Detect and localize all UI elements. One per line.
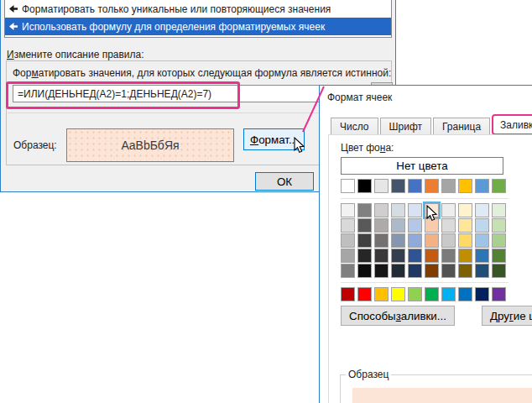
color-swatch[interactable] [475,287,489,301]
color-swatch[interactable] [441,249,456,263]
color-swatch[interactable] [492,218,506,233]
color-swatch[interactable] [492,179,506,193]
color-swatch[interactable] [475,233,489,248]
color-swatch[interactable] [441,179,456,193]
color-palette [341,179,509,301]
color-swatch[interactable] [492,264,506,278]
rule-type-list[interactable]: Форматировать только уникальные или повт… [4,0,392,38]
color-swatch[interactable] [425,287,439,301]
rule-type-item[interactable]: Форматировать только уникальные или повт… [5,0,391,18]
color-swatch[interactable] [357,264,372,278]
color-swatch[interactable] [458,264,472,278]
color-swatch[interactable] [408,287,422,301]
color-swatch[interactable] [425,249,439,263]
color-swatch[interactable] [357,233,372,248]
theme-colors-row [341,179,509,193]
color-swatch[interactable] [458,218,472,233]
color-swatch[interactable] [357,287,372,301]
sample-group-label: Образец [346,369,391,380]
palette-separator [341,198,509,199]
color-swatch[interactable] [357,249,372,263]
no-color-button[interactable]: Нет цвета [341,157,503,175]
color-swatch[interactable] [341,264,355,278]
color-swatch[interactable] [425,264,439,278]
color-swatch[interactable] [391,287,405,301]
color-swatch[interactable] [425,179,439,193]
color-swatch[interactable] [391,203,405,217]
color-swatch[interactable] [425,233,439,248]
color-swatch[interactable] [458,179,472,193]
color-swatch[interactable] [374,218,389,233]
fill-tab-panel: Цвет фона: Нет цвета Способы заливки... … [328,134,532,403]
color-swatch[interactable] [341,179,355,193]
color-swatch[interactable] [374,233,389,248]
color-swatch[interactable] [475,179,489,193]
format-cells-dialog: Формат ячеек ЧислоШрифтГраницаЗаливка Цв… [319,85,532,403]
color-swatch[interactable] [391,264,405,278]
color-swatch[interactable] [374,287,389,301]
color-swatch-selected[interactable] [425,203,439,217]
color-swatch[interactable] [341,249,355,263]
screenshot-canvas: Форматировать только уникальные или повт… [0,0,532,403]
color-swatch[interactable] [475,249,489,263]
preview-label: Образец: [13,139,57,151]
color-swatch[interactable] [357,203,372,217]
color-swatch[interactable] [441,203,456,217]
color-swatch[interactable] [492,287,506,301]
color-swatch[interactable] [408,203,422,217]
rule-type-item-label: Использовать формулу для определения фор… [22,21,325,33]
color-swatch[interactable] [374,264,389,278]
tab-число[interactable]: Число [331,118,378,135]
more-colors-button[interactable]: Другие цвета... [482,306,532,326]
color-swatch[interactable] [341,218,355,233]
color-swatch[interactable] [458,249,472,263]
color-swatch[interactable] [475,218,489,233]
color-swatch[interactable] [458,233,472,248]
color-swatch[interactable] [357,218,372,233]
color-swatch[interactable] [441,287,456,301]
color-swatch[interactable] [475,264,489,278]
tab-strip: ЧислоШрифтГраницаЗаливка [331,113,532,135]
color-swatch[interactable] [458,287,472,301]
color-swatch[interactable] [458,203,472,217]
color-swatch[interactable] [341,203,355,217]
ok-button[interactable]: ОК [255,172,314,191]
color-swatch[interactable] [374,249,389,263]
color-swatch[interactable] [441,264,456,278]
fill-buttons-row: Способы заливки... Другие цвета... [341,306,532,326]
format-button[interactable]: Формат... [243,128,305,150]
color-swatch[interactable] [441,218,456,233]
color-swatch[interactable] [441,233,456,248]
tab-шрифт[interactable]: Шрифт [380,118,431,135]
color-swatch[interactable] [492,233,506,248]
color-swatch[interactable] [425,218,439,233]
color-swatch[interactable] [408,218,422,233]
color-swatch[interactable] [391,249,405,263]
color-swatch[interactable] [492,249,506,263]
color-swatch[interactable] [391,179,405,193]
color-swatch[interactable] [391,218,405,233]
color-swatch[interactable] [374,179,389,193]
fill-effects-button[interactable]: Способы заливки... [341,306,455,326]
format-preview-box: AaBbБбЯя [66,128,234,162]
color-swatch[interactable] [475,203,489,217]
color-swatch[interactable] [408,179,422,193]
sample-fill-area [352,388,532,403]
color-swatch[interactable] [341,233,355,248]
color-swatch[interactable] [357,179,372,193]
color-swatch[interactable] [341,287,355,301]
dialog-title: Формат ячеек [327,92,392,103]
rule-type-item[interactable]: Использовать формулу для определения фор… [5,18,391,35]
color-swatch[interactable] [374,203,389,217]
color-swatch[interactable] [408,249,422,263]
palette-separator [341,282,509,283]
color-swatch[interactable] [408,264,422,278]
tab-граница[interactable]: Граница [433,118,490,135]
formula-input[interactable]: =ИЛИ(ДЕНЬНЕД(A2)=1;ДЕНЬНЕД(A2)=7) [13,85,368,102]
sample-group-box: Образец [340,374,532,403]
tab-active-заливка[interactable]: Заливка [492,114,532,135]
color-swatch[interactable] [492,203,506,217]
color-swatch[interactable] [391,233,405,248]
color-swatch[interactable] [408,233,422,248]
tint-colors-rows [341,203,509,278]
